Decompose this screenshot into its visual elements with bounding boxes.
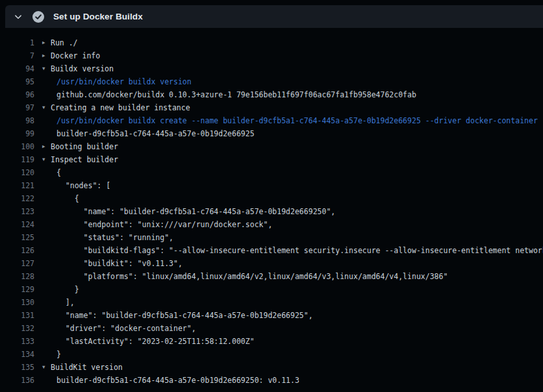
line-number[interactable]: 96 [0,88,34,101]
log-group-row[interactable]: 135▼BuildKit version [0,361,543,374]
line-number[interactable]: 121 [0,179,34,192]
line-number[interactable]: 7 [0,49,34,62]
log-line: 122 { [0,192,543,205]
log-output-text: "nodes": [ [57,179,110,192]
log-group-row[interactable]: 100▶Booting builder [0,140,543,153]
log-output-text: "lastActivity": "2023-02-25T11:58:12.000… [57,335,255,348]
log-output-text: { [57,192,79,205]
line-number[interactable]: 129 [0,283,34,296]
log-group-row[interactable]: 7▶Docker info [0,49,543,62]
log-group-title: Buildx version [51,62,114,75]
log-output-text: { [57,166,61,179]
log-line: 125 "status": "running", [0,231,543,244]
log-line: 96github.com/docker/buildx 0.10.3+azure-… [0,88,543,101]
line-number[interactable]: 134 [0,348,34,361]
line-number[interactable]: 126 [0,244,34,257]
line-number[interactable]: 97 [0,101,34,114]
line-number[interactable]: 136 [0,374,34,387]
line-number[interactable]: 120 [0,166,34,179]
log-output-text: github.com/docker/buildx 0.10.3+azure-1 … [57,88,416,101]
log-output-text: "status": "running", [57,231,173,244]
line-number[interactable]: 130 [0,296,34,309]
log-output-text: "buildkit": "v0.11.3", [57,257,183,270]
line-number[interactable]: 99 [0,127,34,140]
line-number[interactable]: 127 [0,257,34,270]
log-output-text: } [57,283,79,296]
log-output-text: "driver": "docker-container", [57,322,196,335]
log-output-text: ], [57,296,75,309]
log-group-title: BuildKit version [51,361,123,374]
triangle-down-icon[interactable]: ▼ [42,153,49,166]
log-output-text: builder-d9cfb5a1-c764-445a-a57e-0b19d2e6… [57,374,299,387]
log-line: 134} [0,348,543,361]
chevron-down-icon[interactable] [14,12,23,21]
line-number[interactable]: 128 [0,270,34,283]
log-output-text: builder-d9cfb5a1-c764-445a-a57e-0b19d2e6… [57,127,255,140]
log-line: 126 "buildkitd-flags": "--allow-insecure… [0,244,543,257]
log-line: 131 "name": "builder-d9cfb5a1-c764-445a-… [0,309,543,322]
line-number[interactable]: 131 [0,309,34,322]
step-title: Set up Docker Buildx [53,12,143,21]
log-group-title: Docker info [51,49,100,62]
line-number[interactable]: 94 [0,62,34,75]
line-number[interactable]: 123 [0,205,34,218]
log-line: 124 "endpoint": "unix:///var/run/docker.… [0,218,543,231]
line-number[interactable]: 100 [0,140,34,153]
log-group-title: Inspect builder [51,153,118,166]
line-number[interactable]: 122 [0,192,34,205]
log-command-text: /usr/bin/docker buildx create --name bui… [57,114,538,127]
log-output-text: "buildkitd-flags": "--allow-insecure-ent… [57,244,543,257]
log-output-text: } [57,348,61,361]
triangle-down-icon[interactable]: ▼ [42,361,49,374]
log-line: 95/usr/bin/docker buildx version [0,75,543,88]
log-line: 121 "nodes": [ [0,179,543,192]
triangle-right-icon[interactable]: ▶ [42,36,49,49]
log-line: 130 ], [0,296,543,309]
log-command-text: /usr/bin/docker buildx version [57,75,192,88]
log-output-text: "name": "builder-d9cfb5a1-c764-445a-a57e… [57,205,335,218]
log-group-row[interactable]: 1▶Run ./ [0,36,543,49]
log-line: 99builder-d9cfb5a1-c764-445a-a57e-0b19d2… [0,127,543,140]
log-group-title: Creating a new builder instance [51,101,190,114]
log-group-row[interactable]: 97▼Creating a new builder instance [0,101,543,114]
log-group-title: Booting builder [51,140,118,153]
line-number[interactable]: 133 [0,335,34,348]
check-circle-icon [32,11,44,23]
triangle-right-icon[interactable]: ▶ [42,140,49,153]
line-number[interactable]: 95 [0,75,34,88]
triangle-down-icon[interactable]: ▼ [42,101,49,114]
log-line: 129 } [0,283,543,296]
triangle-right-icon[interactable]: ▶ [42,49,49,62]
line-number[interactable]: 125 [0,231,34,244]
log-line: 136builder-d9cfb5a1-c764-445a-a57e-0b19d… [0,374,543,387]
log-group-title: Run ./ [51,36,78,49]
step-header[interactable]: Set up Docker Buildx [5,5,543,28]
log-line: 132 "driver": "docker-container", [0,322,543,335]
log-line: 127 "buildkit": "v0.11.3", [0,257,543,270]
log-line: 133 "lastActivity": "2023-02-25T11:58:12… [0,335,543,348]
line-number[interactable]: 98 [0,114,34,127]
log-lines: 1▶Run ./7▶Docker info94▼Buildx version95… [0,28,543,392]
actions-log-viewer: Set up Docker Buildx 1▶Run ./7▶Docker in… [0,0,543,392]
line-number[interactable]: 135 [0,361,34,374]
line-number[interactable]: 124 [0,218,34,231]
line-number[interactable]: 119 [0,153,34,166]
log-line: 120{ [0,166,543,179]
log-group-row[interactable]: 94▼Buildx version [0,62,543,75]
log-output-text: "platforms": "linux/amd64,linux/amd64/v2… [57,270,448,283]
log-line: 98/usr/bin/docker buildx create --name b… [0,114,543,127]
triangle-down-icon[interactable]: ▼ [42,62,49,75]
line-number[interactable]: 1 [0,36,34,49]
log-line: 128 "platforms": "linux/amd64,linux/amd6… [0,270,543,283]
log-output-text: "name": "builder-d9cfb5a1-c764-445a-a57e… [57,309,313,322]
log-group-row[interactable]: 119▼Inspect builder [0,153,543,166]
log-output-text: "endpoint": "unix:///var/run/docker.sock… [57,218,272,231]
line-number[interactable]: 132 [0,322,34,335]
log-line: 123 "name": "builder-d9cfb5a1-c764-445a-… [0,205,543,218]
